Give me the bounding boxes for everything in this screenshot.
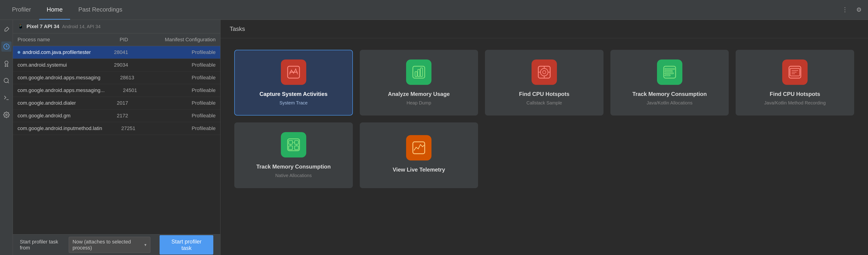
process-name: com.google.android.apps.messaging (18, 75, 100, 81)
table-row[interactable]: android.com.java.profilertester 28041 Pr… (13, 46, 220, 59)
right-panel: Tasks Capture System Activities System T… (220, 20, 868, 255)
task-subtitle: Java/Kotlin Method Recording (764, 100, 826, 106)
process-pid: 2172 (91, 113, 142, 119)
process-manifest: Profileable (142, 113, 216, 119)
process-name: com.google.android.apps.messaging... (18, 87, 105, 93)
tab-bar-actions: ⋮ ⚙ (840, 5, 863, 14)
left-panel: 📱 Pixel 7 API 34 Android 14, API 34 Proc… (13, 20, 220, 255)
table-row[interactable]: com.google.android.dialer 2017 Profileab… (13, 97, 220, 109)
svg-rect-11 (421, 68, 423, 76)
task-title: Track Memory Consumption (632, 90, 707, 98)
sidebar (0, 20, 13, 255)
task-card-heap-dump[interactable]: Analyze Memory Usage Heap Dump (360, 50, 478, 116)
svg-rect-30 (289, 141, 292, 144)
svg-point-14 (542, 70, 546, 74)
task-title: View Live Telemetry (393, 166, 445, 173)
tab-past-recordings[interactable]: Past Recordings (71, 0, 130, 20)
task-title: Find CPU Hotspots (519, 90, 569, 98)
process-name: android.com.java.profilertester (23, 49, 91, 55)
svg-rect-10 (418, 69, 420, 76)
more-options-icon[interactable]: ⋮ (840, 5, 849, 14)
task-icon-heap-dump (406, 60, 431, 85)
tab-profiler[interactable]: Profiler (5, 0, 38, 20)
sidebar-icon-settings[interactable] (1, 110, 11, 120)
task-subtitle: Java/Kotlin Allocations (647, 100, 692, 106)
process-name: com.android.systemui (18, 62, 67, 68)
svg-point-1 (5, 61, 8, 64)
table-row[interactable]: com.google.android.gm 2172 Profileable (13, 109, 220, 122)
task-subtitle: Callstack Sample (526, 100, 562, 106)
task-card-native-alloc[interactable]: Track Memory Consumption Native Allocati… (234, 122, 353, 188)
task-icon-live-telemetry (406, 135, 431, 160)
svg-rect-23 (665, 75, 670, 76)
table-row[interactable]: com.google.android.apps.messaging... 245… (13, 84, 220, 97)
settings-icon[interactable]: ⚙ (854, 5, 863, 14)
profiler-icon (3, 43, 10, 50)
sidebar-icon-build[interactable] (1, 25, 11, 35)
tab-bar: Profiler Home Past Recordings ⋮ ⚙ (0, 0, 868, 20)
task-title: Analyze Memory Usage (388, 90, 450, 98)
dropdown-value: Now (attaches to selected process) (73, 239, 142, 251)
svg-point-2 (4, 78, 8, 83)
start-task-label: Start profiler task from (20, 239, 64, 251)
sidebar-icon-terminal[interactable] (1, 93, 11, 103)
task-card-method-recording[interactable]: Find CPU Hotspots Java/Kotlin Method Rec… (736, 50, 854, 116)
task-title: Track Memory Consumption (256, 163, 331, 170)
tasks-grid: Capture System Activities System Trace A… (220, 38, 868, 255)
task-subtitle: System Trace (279, 100, 308, 106)
task-card-live-telemetry[interactable]: View Live Telemetry (360, 122, 478, 188)
table-row[interactable]: com.android.systemui 29034 Profileable (13, 59, 220, 71)
tasks-section-header: Tasks (220, 20, 868, 38)
svg-rect-32 (289, 146, 292, 150)
svg-rect-21 (665, 70, 673, 72)
table-row[interactable]: com.google.android.apps.messaging 28613 … (13, 71, 220, 84)
svg-point-5 (5, 114, 7, 116)
process-manifest: Profileable (148, 75, 216, 81)
svg-rect-22 (665, 73, 673, 74)
start-profiler-button[interactable]: Start profiler task (160, 235, 213, 255)
main-content: 📱 Pixel 7 API 34 Android 14, API 34 Proc… (0, 20, 868, 255)
chevron-down-icon: ▾ (144, 242, 147, 247)
sidebar-icon-profiler[interactable] (1, 41, 11, 52)
tab-home[interactable]: Home (39, 0, 70, 20)
process-pid: 24501 (105, 87, 151, 93)
bottom-bar: Start profiler task from Now (attaches t… (13, 234, 220, 255)
col-header-process: Process name (18, 37, 91, 43)
svg-rect-20 (665, 68, 675, 70)
task-card-capture-system[interactable]: Capture System Activities System Trace (234, 50, 353, 116)
task-title: Find CPU Hotspots (770, 90, 820, 98)
award-icon (3, 60, 10, 67)
task-card-java-allocations[interactable]: Track Memory Consumption Java/Kotlin All… (611, 50, 729, 116)
col-header-pid: PID (91, 37, 142, 43)
process-name: com.google.android.inputmethod.latin (18, 125, 102, 131)
task-subtitle: Heap Dump (407, 100, 431, 106)
task-source-dropdown[interactable]: Now (attaches to selected process) ▾ (69, 237, 151, 253)
svg-line-3 (8, 82, 9, 83)
task-icon-native-alloc (281, 132, 306, 157)
device-name: Pixel 7 API 34 (27, 24, 59, 30)
task-icon-java-allocations (657, 60, 682, 85)
process-manifest: Profileable (149, 125, 216, 131)
task-subtitle: Native Allocations (275, 172, 312, 179)
process-name: com.google.android.gm (18, 113, 70, 119)
task-icon-system-trace (281, 60, 306, 85)
sidebar-icon-award[interactable] (1, 59, 11, 69)
device-api: Android 14, API 34 (62, 24, 100, 29)
process-manifest: Profileable (142, 49, 216, 55)
process-pid: 28041 (91, 49, 142, 55)
process-table: Process name PID Manifest Configuration … (13, 33, 220, 234)
task-icon-callstack (531, 60, 557, 85)
process-pid: 28613 (100, 75, 148, 81)
svg-rect-9 (415, 72, 417, 76)
device-icon: 📱 (18, 24, 24, 30)
svg-rect-31 (294, 141, 298, 144)
svg-rect-33 (294, 146, 298, 150)
task-card-callstack[interactable]: Find CPU Hotspots Callstack Sample (485, 50, 603, 116)
process-manifest: Profileable (142, 62, 216, 68)
terminal-icon (3, 95, 10, 101)
task-icon-method-recording (782, 60, 808, 85)
inspect-icon (3, 77, 10, 84)
table-row[interactable]: com.google.android.inputmethod.latin 272… (13, 122, 220, 135)
sidebar-icon-inspect[interactable] (1, 75, 11, 86)
hammer-icon (3, 26, 10, 33)
